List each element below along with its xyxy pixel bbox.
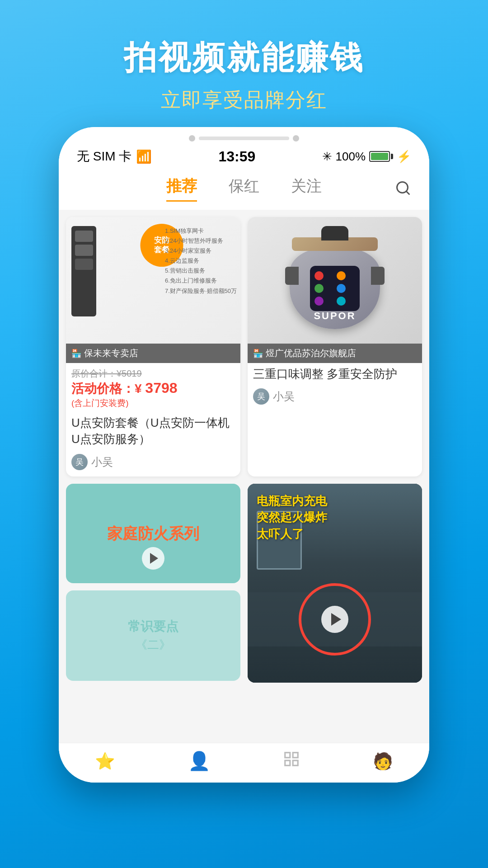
product-author-cooker: 吴 小吴 bbox=[248, 385, 422, 411]
product-title-security: U点安防套餐（U点安防一体机 U点安防服务） bbox=[66, 412, 240, 450]
fire-series-card[interactable]: 家庭防火系列 bbox=[66, 484, 240, 583]
bottom-nav: ⭐ 👤 🧑 bbox=[59, 743, 429, 783]
hero-title: 拍视频就能赚钱 bbox=[124, 36, 364, 80]
product-title-cooker: 三重口味调整 多重安全防护 bbox=[248, 363, 422, 385]
bolt-icon: ⚡ bbox=[397, 150, 411, 164]
brand-label: SUPOR bbox=[314, 310, 356, 322]
tab-baohong[interactable]: 保红 bbox=[229, 176, 259, 202]
author-name-cooker: 小吴 bbox=[273, 389, 295, 404]
notch-dot-2 bbox=[293, 135, 299, 142]
play-button-fire[interactable] bbox=[142, 547, 164, 570]
product-grid: 安防套餐 1.SIM独享网卡 2.24小时智慧外呼服务 3.24小时家室服务 4… bbox=[66, 217, 422, 476]
store-icon-cooker: 🏪 bbox=[253, 349, 263, 359]
status-time: 13:59 bbox=[219, 148, 256, 165]
bottom-row: 家庭防火系列 常识要点 《二》 bbox=[66, 484, 422, 683]
sale-price-text: 活动价格：¥ 3798 bbox=[71, 382, 178, 396]
avatar-cooker: 吴 bbox=[253, 388, 269, 405]
play-triangle-video-icon bbox=[331, 613, 341, 626]
phone-frame: 无 SIM 卡 📶 13:59 ✳ 100% ⚡ 推荐 保红 关注 bbox=[59, 127, 429, 783]
play-triangle-icon bbox=[150, 553, 158, 564]
star-icon: ⭐ bbox=[95, 752, 115, 771]
battery-icon bbox=[369, 151, 393, 162]
left-column: 家庭防火系列 常识要点 《二》 bbox=[66, 484, 240, 683]
battery-fill bbox=[371, 153, 388, 160]
device-panel bbox=[71, 226, 96, 316]
sale-price: 活动价格：¥ 3798 (含上门安装费) bbox=[71, 380, 235, 409]
video-text-overlay: 电瓶室内充电突然起火爆炸太吓人了 bbox=[257, 493, 413, 542]
svg-rect-2 bbox=[285, 753, 290, 758]
nav-item-star[interactable]: ⭐ bbox=[95, 752, 115, 771]
hero-section: 拍视频就能赚钱 立即享受品牌分红 bbox=[124, 36, 364, 113]
nav-item-user[interactable]: 👤 bbox=[188, 750, 211, 772]
avatar-security: 吴 bbox=[71, 454, 88, 470]
svg-rect-4 bbox=[285, 760, 290, 765]
svg-rect-5 bbox=[293, 760, 298, 765]
profile-icon: 🧑 bbox=[373, 752, 393, 771]
product-author-security: 吴 小吴 bbox=[66, 450, 240, 476]
tab-follow[interactable]: 关注 bbox=[291, 176, 322, 202]
nav-tabs: 推荐 保红 关注 bbox=[166, 176, 322, 202]
bluetooth-icon: ✳ bbox=[322, 150, 332, 164]
price-section: 原价合计：¥5019 活动价格：¥ 3798 (含上门安装费) bbox=[66, 363, 240, 412]
nav-tabs-row: 推荐 保红 关注 bbox=[59, 168, 429, 210]
store-bar-cooker: 🏪 煜广优品苏泊尔旗舰店 bbox=[248, 344, 422, 363]
knowledge-card[interactable]: 常识要点 《二》 bbox=[66, 590, 240, 681]
fire-series-title: 家庭防火系列 bbox=[107, 524, 199, 543]
notch-bar bbox=[199, 137, 289, 140]
security-diagram: 安防套餐 1.SIM独享网卡 2.24小时智慧外呼服务 3.24小时家室服务 4… bbox=[66, 217, 240, 344]
security-image-wrap: 安防套餐 1.SIM独享网卡 2.24小时智慧外呼服务 3.24小时家室服务 4… bbox=[66, 217, 240, 344]
svg-line-1 bbox=[406, 191, 409, 194]
store-icon: 🏪 bbox=[71, 349, 81, 359]
store-bar-security: 🏪 保未来专卖店 bbox=[66, 344, 240, 363]
battery-tip bbox=[391, 154, 393, 159]
status-bar: 无 SIM 卡 📶 13:59 ✳ 100% ⚡ bbox=[59, 145, 429, 168]
store-name-security: 保未来专卖店 bbox=[84, 347, 138, 359]
play-button-video[interactable] bbox=[321, 606, 348, 633]
svg-rect-3 bbox=[293, 753, 298, 758]
search-icon bbox=[395, 180, 411, 196]
product-card-cooker[interactable]: SUPOR 🏪 煜广优品苏泊尔旗舰店 三重口味调整 多重安全防护 bbox=[248, 217, 422, 476]
cooker-image-wrap: SUPOR bbox=[248, 217, 422, 344]
knowledge-subtitle: 《二》 bbox=[136, 637, 171, 653]
wifi-icon: 📶 bbox=[136, 149, 152, 164]
battery-body bbox=[369, 151, 390, 162]
user-icon: 👤 bbox=[188, 750, 211, 772]
status-right: ✳ 100% ⚡ bbox=[322, 150, 412, 164]
tab-recommended[interactable]: 推荐 bbox=[166, 176, 197, 202]
nav-item-grid[interactable] bbox=[283, 750, 300, 772]
grid-svg bbox=[283, 750, 300, 768]
battery-video-card[interactable]: 电瓶室内充电突然起火爆炸太吓人了 bbox=[248, 484, 422, 683]
content-area: 安防套餐 1.SIM独享网卡 2.24小时智慧外呼服务 3.24小时家室服务 4… bbox=[59, 210, 429, 743]
search-button[interactable] bbox=[395, 180, 411, 198]
cooker-image: SUPOR bbox=[248, 217, 422, 344]
grid-icon bbox=[283, 750, 300, 772]
hero-subtitle: 立即享受品牌分红 bbox=[124, 87, 364, 113]
phone-top-bar bbox=[59, 127, 429, 145]
video-highlight-circle bbox=[299, 583, 371, 656]
original-price: 原价合计：¥5019 bbox=[71, 368, 235, 380]
sim-label: 无 SIM 卡 bbox=[77, 148, 131, 165]
battery-pct: 100% bbox=[336, 150, 366, 164]
notch-dot bbox=[189, 135, 195, 142]
status-left: 无 SIM 卡 📶 bbox=[77, 148, 152, 165]
security-features: 1.SIM独享网卡 2.24小时智慧外呼服务 3.24小时家室服务 4.云边监服… bbox=[165, 226, 237, 296]
sale-suffix: (含上门安装费) bbox=[71, 397, 235, 409]
store-name-cooker: 煜广优品苏泊尔旗舰店 bbox=[266, 347, 356, 359]
knowledge-title: 常识要点 bbox=[128, 618, 178, 635]
author-name-security: 小吴 bbox=[91, 455, 113, 469]
product-card-security[interactable]: 安防套餐 1.SIM独享网卡 2.24小时智慧外呼服务 3.24小时家室服务 4… bbox=[66, 217, 240, 476]
nav-item-profile[interactable]: 🧑 bbox=[373, 752, 393, 771]
